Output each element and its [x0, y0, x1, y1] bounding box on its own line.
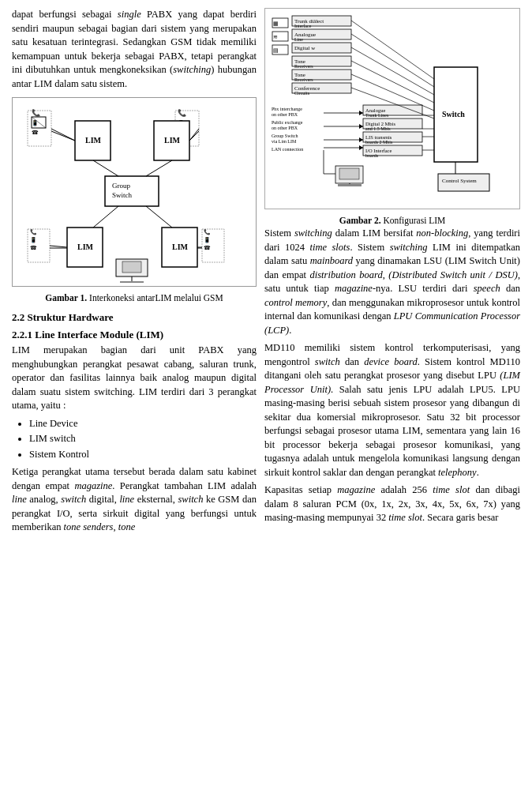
svg-text:📞: 📞: [178, 108, 187, 118]
svg-text:LIM: LIM: [172, 243, 189, 251]
svg-text:Trunk Lines: Trunk Lines: [365, 113, 389, 118]
svg-text:LIM: LIM: [77, 243, 94, 251]
svg-line-17: [189, 131, 199, 141]
svg-line-33: [50, 246, 67, 247]
ketiga-perangkat-para: Ketiga perangkat utama tersebut berada d…: [12, 465, 257, 535]
svg-marker-79: [359, 137, 363, 142]
svg-rect-111: [339, 168, 359, 179]
svg-marker-75: [359, 124, 363, 129]
fig2-text: Konfigurasi LIM: [381, 216, 446, 225]
svg-rect-44: [120, 281, 144, 283]
svg-text:boards: boards: [365, 153, 379, 158]
svg-text:📱: 📱: [204, 236, 211, 243]
lim-config-middle-right: Analogue Trunk Lines Digital 2 Mbis and …: [363, 105, 422, 158]
svg-text:Pbx interchange: Pbx interchange: [272, 107, 302, 111]
svg-text:LIS transmis: LIS transmis: [365, 134, 392, 140]
svg-line-21: [93, 160, 118, 176]
svg-text:Group Switch: Group Switch: [272, 134, 298, 138]
svg-line-22: [146, 160, 172, 176]
figure-2-container: ▦ Trunk diālect Interface ≋ Analogue Lin…: [264, 8, 520, 209]
svg-text:Group: Group: [112, 182, 130, 190]
svg-line-28: [146, 206, 172, 228]
svg-text:Line: Line: [294, 37, 303, 42]
section-2-2-1-heading: 2.2.1 Line Interface Module (LIM): [12, 328, 257, 342]
figure-2-svg: ▦ Trunk diālect Interface ≋ Analogue Lin…: [268, 12, 505, 201]
svg-text:☎: ☎: [32, 130, 39, 136]
section-2-2-heading: 2.2 Struktur Hardware: [12, 310, 257, 325]
svg-text:📱: 📱: [30, 236, 37, 243]
svg-text:LIM: LIM: [85, 136, 102, 145]
svg-line-27: [93, 206, 118, 228]
svg-line-98: [351, 47, 434, 95]
lim-config-middle-left: Pbx interchange on other PBX Public exch…: [272, 107, 363, 152]
svg-text:☎: ☎: [30, 245, 37, 251]
switching-para1: Sistem switching dalam LIM bersifat non-…: [264, 227, 520, 337]
svg-text:📞: 📞: [32, 108, 41, 118]
bullet-sistem-kontrol: Sistem Kontrol: [29, 448, 257, 462]
svg-text:LIM: LIM: [164, 136, 181, 145]
svg-text:via Lim LIM: via Lim LIM: [272, 139, 297, 144]
svg-line-9: [51, 131, 75, 141]
fig2-label: Gambar 2.: [339, 216, 381, 225]
svg-text:Analogue: Analogue: [365, 107, 385, 113]
svg-text:▦: ▦: [273, 21, 279, 27]
md110-para: MD110 memiliki sistem kontrol terkompute…: [264, 341, 520, 479]
bottom-left-devices: 📞 📱 ☎: [28, 228, 50, 262]
svg-text:Public exchange: Public exchange: [272, 120, 303, 125]
svg-text:on other PBX: on other PBX: [272, 126, 298, 130]
svg-text:Receivers: Receivers: [294, 64, 313, 69]
svg-marker-71: [359, 111, 363, 115]
svg-text:Interface: Interface: [294, 24, 312, 28]
lim-config-left: ▦ Trunk diālect Interface ≋ Analogue Lin…: [272, 16, 351, 96]
bullet-lim-switch: LIM switch: [29, 432, 257, 446]
svg-text:📞: 📞: [204, 228, 211, 235]
svg-text:📱: 📱: [32, 119, 39, 126]
svg-text:Circuits: Circuits: [294, 91, 310, 96]
page-layout: dapat berfungsi sebagai single PABX yang…: [12, 8, 520, 539]
switch-label: Switch: [442, 110, 465, 118]
fig1-label: Gambar 1.: [45, 293, 87, 303]
svg-marker-82: [359, 145, 363, 150]
svg-text:Control System: Control System: [442, 178, 477, 184]
kapasitas-para: Kapasitas setiap magazine adalah 256 tim…: [264, 483, 520, 525]
svg-text:boards 2 Mbis: boards 2 Mbis: [365, 140, 393, 145]
svg-text:on other PBX: on other PBX: [272, 112, 298, 117]
lim-description-para: LIM merupakan bagian dari unit PABX yang…: [12, 344, 257, 413]
svg-text:I/O Interface: I/O Interface: [365, 148, 392, 153]
svg-line-99: [351, 61, 434, 103]
figure-1-svg: 📞 📱 ☎ LIM 📞 📱 ☎: [24, 101, 245, 283]
svg-text:≋: ≋: [273, 34, 278, 40]
left-column: dapat berfungsi sebagai single PABX yang…: [12, 8, 257, 539]
svg-text:📞: 📞: [30, 228, 37, 235]
connection-lines: [351, 21, 434, 150]
svg-text:▤: ▤: [273, 47, 279, 54]
bullet-list: Line Device LIM switch Sistem Kontrol: [29, 417, 257, 462]
svg-text:Digital 2 Mbis: Digital 2 Mbis: [365, 121, 395, 126]
figure-2-caption: Gambar 2. Konfigurasi LIM: [264, 214, 520, 227]
svg-text:Digital w: Digital w: [294, 45, 316, 51]
bottom-right-devices: 📞 📱 ☎: [202, 228, 224, 262]
svg-line-97: [351, 34, 434, 87]
right-column: ▦ Trunk diālect Interface ≋ Analogue Lin…: [264, 8, 520, 539]
svg-text:Switch: Switch: [112, 191, 133, 199]
fig1-text: Interkoneksi antarLIM melalui GSM: [87, 293, 223, 303]
svg-line-96: [351, 21, 434, 79]
svg-rect-112: [338, 184, 362, 186]
figure-1-caption: Gambar 1. Interkoneksi antarLIM melalui …: [12, 291, 257, 304]
svg-text:LAN connection: LAN connection: [272, 147, 303, 152]
svg-text:☎: ☎: [204, 245, 211, 251]
svg-rect-42: [122, 261, 141, 273]
left-devices: 📞 📱 ☎: [28, 108, 51, 146]
figure-1-container: 📞 📱 ☎ LIM 📞 📱 ☎: [12, 97, 257, 287]
intro-paragraph: dapat berfungsi sebagai single PABX yang…: [12, 8, 257, 91]
svg-text:Receivers: Receivers: [294, 77, 313, 82]
bullet-line-device: Line Device: [29, 417, 257, 431]
